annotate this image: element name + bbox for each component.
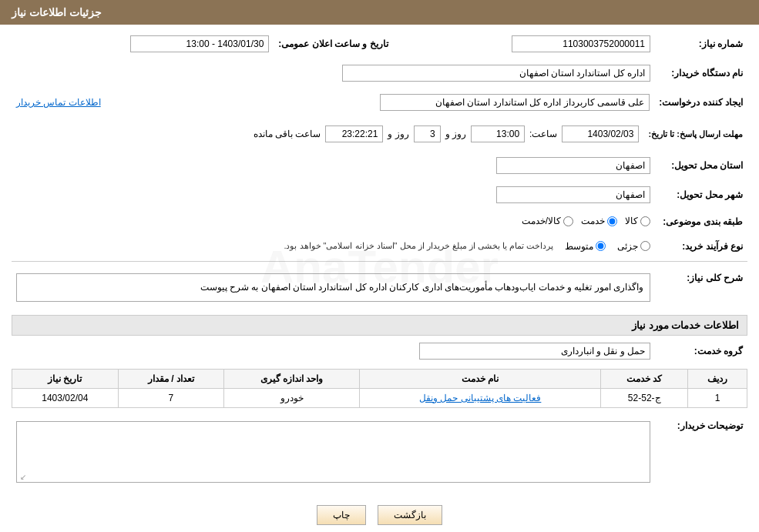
services-table: ردیف کد خدمت نام خدمت واحد اندازه گیری ت… — [12, 369, 747, 408]
buttons-row: بازگشت چاپ — [12, 496, 747, 532]
countdown-suffix: ساعت باقی مانده — [254, 129, 321, 139]
countdown-time-input — [325, 125, 383, 142]
page-title: جزئیات اطلاعات نیاز — [12, 6, 102, 18]
request-number-label: شماره نیاز: — [655, 32, 747, 55]
category-label: طبقه بندی موضوعی: — [655, 212, 747, 232]
buyer-org-input[interactable] — [342, 65, 650, 82]
th-service-name: نام خدمت — [360, 369, 601, 388]
buyer-desc-box: ↙ — [16, 421, 650, 483]
announce-label: تاریخ و ساعت اعلان عمومی: — [274, 32, 392, 55]
category-label-service: خدمت — [581, 216, 605, 226]
category-option-goods: کالا — [625, 216, 650, 226]
cell-date: 1403/02/04 — [12, 388, 119, 407]
deadline-label: مهلت ارسال پاسخ: تا تاریخ: — [643, 120, 747, 148]
contact-link[interactable]: اطلاعات تماس خریدار — [16, 97, 101, 108]
info-table-buyer-desc: توضیحات خریدار: ↙ — [12, 414, 747, 490]
description-text: واگذاری امور تغلیه و خدمات ایاب‌ودهاب مأ… — [200, 282, 643, 293]
header-bar: جزئیات اطلاعات نیاز — [0, 0, 759, 25]
countdown-days-input — [414, 125, 441, 142]
info-table-top: شماره نیاز: تاریخ و ساعت اعلان عمومی: — [12, 32, 747, 55]
deadline-row: ساعت: روز و روز و ساعت باقی مانده — [16, 125, 639, 142]
deadline-time-label: ساعت: — [529, 129, 557, 139]
category-label-goods: کالا — [625, 216, 638, 226]
buyer-desc-label: توضیحات خریدار: — [655, 414, 747, 490]
countdown-days-label: روز و — [445, 129, 466, 139]
process-note: پرداخت تمام یا بخشی از مبلغ خریدار از مح… — [284, 241, 553, 251]
info-table-service-group: گروه خدمت: — [12, 340, 747, 363]
process-option-medium: متوسط — [565, 241, 606, 252]
page-wrapper: AnaTender جزئیات اطلاعات نیاز شماره نیاز… — [0, 0, 759, 532]
service-group-label: گروه خدمت: — [655, 340, 747, 363]
info-table-city: شهر محل تحویل: — [12, 183, 747, 206]
creator-input[interactable] — [380, 94, 650, 111]
th-quantity: تعداد / مقدار — [118, 369, 223, 388]
request-number-input[interactable] — [512, 35, 650, 52]
cell-service-name[interactable]: فعالیت های پشتیبانی حمل ونقل — [360, 388, 601, 407]
service-group-input[interactable] — [419, 343, 650, 360]
cell-service-code: ج-52-52 — [601, 388, 688, 407]
city-input[interactable] — [496, 186, 650, 203]
th-unit: واحد اندازه گیری — [224, 369, 360, 388]
countdown-days-suffix: روز و — [388, 129, 408, 139]
back-button[interactable]: بازگشت — [378, 505, 442, 525]
deadline-time-input[interactable] — [471, 125, 525, 142]
separator-1 — [12, 261, 747, 262]
city-label: شهر محل تحویل: — [655, 183, 747, 206]
print-button[interactable]: چاپ — [317, 505, 366, 525]
th-date: تاریخ نیاز — [12, 369, 119, 388]
main-content: شماره نیاز: تاریخ و ساعت اعلان عمومی: //… — [0, 25, 759, 532]
process-option-minor: جزئی — [617, 241, 650, 252]
province-input[interactable] — [496, 157, 650, 174]
buyer-desc-textarea[interactable] — [17, 422, 650, 482]
category-radio-goods[interactable] — [640, 216, 650, 226]
description-box: واگذاری امور تغلیه و خدمات ایاب‌ودهاب مأ… — [16, 273, 650, 302]
buyer-org-label: نام دستگاه خریدار: — [655, 62, 747, 85]
info-table-province: استان محل تحویل: — [12, 154, 747, 177]
cell-unit: خودرو — [224, 388, 360, 407]
category-radio-service[interactable] — [607, 216, 617, 226]
category-option-service: خدمت — [581, 216, 617, 226]
category-radio-group: کالا خدمت کالا/خدمت — [522, 216, 650, 226]
process-radio-minor[interactable] — [640, 241, 650, 251]
process-radio-medium[interactable] — [596, 241, 606, 251]
deadline-date-input[interactable] — [562, 125, 639, 142]
info-table-category: طبقه بندی موضوعی: کالا خدمت — [12, 212, 747, 232]
category-radio-both[interactable] — [563, 216, 573, 226]
info-table-creator: ایجاد کننده درخواست: اطلاعات تماس خریدار — [12, 91, 747, 114]
category-option-both: کالا/خدمت — [522, 216, 573, 226]
table-row: 1 ج-52-52 فعالیت های پشتیبانی حمل ونقل خ… — [12, 388, 747, 407]
info-table-deadline: مهلت ارسال پاسخ: تا تاریخ: ساعت: روز و ر… — [12, 120, 747, 148]
announce-date-input[interactable] — [130, 35, 269, 52]
info-table-description: شرح کلی نیاز: واگذاری امور تغلیه و خدمات… — [12, 266, 747, 309]
resize-handle: ↙ — [18, 473, 26, 480]
category-label-both: کالا/خدمت — [522, 216, 561, 226]
info-table-buyer: نام دستگاه خریدار: — [12, 62, 747, 85]
description-label: شرح کلی نیاز: — [655, 266, 747, 309]
info-table-process: نوع فرآیند خرید: جزئی متوسط پرداخت تمام … — [12, 238, 747, 255]
process-radio-group: جزئی متوسط پرداخت تمام یا بخشی از مبلغ خ… — [16, 241, 650, 252]
th-service-code: کد خدمت — [601, 369, 688, 388]
process-label: نوع فرآیند خرید: — [655, 238, 747, 255]
cell-quantity: 7 — [118, 388, 223, 407]
process-label-minor: جزئی — [617, 241, 638, 252]
cell-row-num: 1 — [688, 388, 747, 407]
province-label: استان محل تحویل: — [655, 154, 747, 177]
creator-label: ایجاد کننده درخواست: — [654, 91, 747, 114]
process-label-medium: متوسط — [565, 241, 593, 252]
services-section-title: اطلاعات خدمات مورد نیاز — [12, 315, 747, 336]
th-row-num: ردیف — [688, 369, 747, 388]
